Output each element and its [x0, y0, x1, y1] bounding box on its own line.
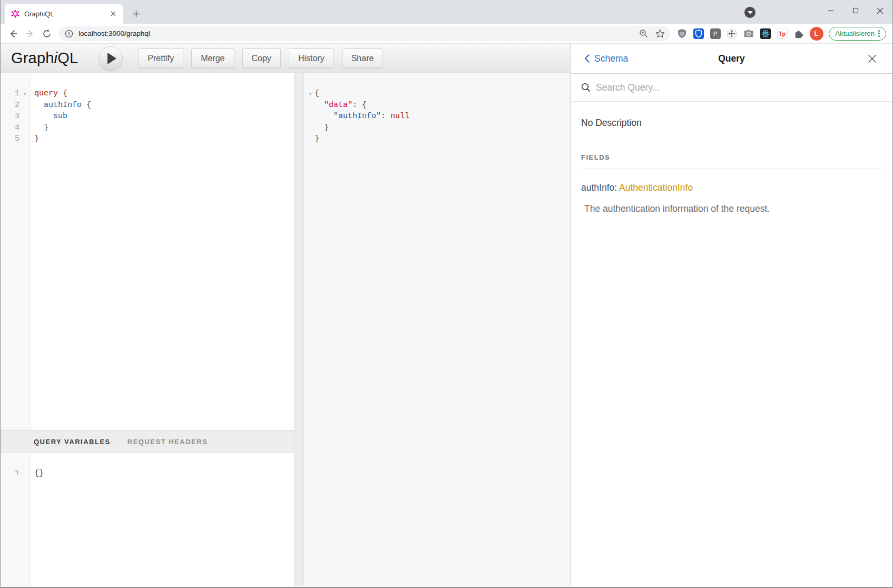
camera-extension-icon[interactable]: [743, 28, 754, 39]
doc-search-input[interactable]: [596, 82, 882, 93]
query-editor-code[interactable]: query { authInfo { sub }}: [31, 73, 294, 430]
graphiql-toolbar-buttons: PrettifyMergeCopyHistoryShare: [138, 48, 383, 68]
bookmark-star-icon[interactable]: [655, 29, 665, 38]
line-number: 4: [1, 123, 19, 132]
ublock-extension-icon[interactable]: [676, 28, 688, 39]
tab-request-headers[interactable]: REQUEST HEADERS: [127, 438, 208, 446]
result-line: }: [306, 133, 570, 145]
code-token: [34, 101, 44, 110]
code-token: }: [315, 122, 329, 134]
browser-tab-graphiql[interactable]: GraphiQL: [5, 4, 123, 24]
query-editor[interactable]: 1▾2345 query { authInfo { sub }}: [1, 73, 294, 430]
play-icon: [107, 53, 116, 64]
tp-extension-icon[interactable]: Tp: [777, 28, 788, 39]
code-token: sub: [53, 112, 67, 121]
code-token: : {: [352, 100, 367, 111]
gutter-line: 3: [1, 111, 30, 122]
field-row-authinfo: authInfo: AuthenticationInfo: [581, 182, 882, 193]
code-line: }: [34, 133, 294, 145]
code-token: null: [390, 111, 409, 122]
fields-heading: FIELDS: [581, 153, 882, 161]
doc-explorer-header: Schema Query: [571, 44, 892, 74]
result-viewer: ▾{ "data": { "authInfo": null }}: [304, 73, 570, 586]
line-number: 1: [1, 89, 19, 98]
gutter-line: 4: [1, 122, 30, 134]
extensions-puzzle-icon[interactable]: [793, 28, 804, 39]
doc-close-icon[interactable]: [865, 52, 879, 65]
browser-update-label: Aktualisieren: [836, 30, 875, 37]
zoom-icon[interactable]: [639, 29, 648, 38]
code-token: [315, 100, 324, 111]
merge-button[interactable]: Merge: [191, 48, 234, 68]
fold-arrow-icon[interactable]: ▾: [19, 91, 30, 96]
prettify-button[interactable]: Prettify: [138, 48, 183, 68]
variables-tab-bar: QUERY VARIABLESREQUEST HEADERS: [1, 430, 294, 453]
gutter-line: 1: [1, 468, 30, 479]
code-token: {}: [34, 469, 44, 478]
code-token: [34, 112, 53, 121]
field-type-link[interactable]: AuthenticationInfo: [619, 182, 693, 193]
line-number: 1: [1, 469, 19, 478]
code-token: {: [315, 88, 319, 100]
variables-editor[interactable]: 1 {}: [1, 453, 294, 586]
code-token: "data": [324, 100, 352, 111]
result-line: "data": {: [306, 100, 570, 111]
history-button[interactable]: History: [289, 48, 334, 68]
doc-search-row: [571, 74, 892, 102]
result-line: ▾{: [306, 88, 570, 100]
tab-close-icon[interactable]: [108, 8, 119, 19]
extension-icons: P: [676, 28, 804, 39]
doc-title: Query: [718, 53, 745, 64]
editors-row: 1▾2345 query { authInfo { sub }} QUERY V…: [1, 73, 570, 586]
react-devtools-extension-icon[interactable]: [760, 28, 771, 39]
window-controls: [818, 0, 892, 24]
browser-update-button[interactable]: Aktualisieren: [829, 27, 886, 41]
variables-editor-code[interactable]: {}: [31, 453, 294, 586]
code-token: }: [315, 133, 319, 145]
share-button[interactable]: Share: [342, 48, 384, 68]
doc-body: No Description FIELDS authInfo: Authenti…: [571, 102, 892, 214]
maximize-button[interactable]: [843, 0, 868, 21]
minimize-button[interactable]: [818, 0, 843, 21]
profile-avatar[interactable]: L: [810, 27, 823, 41]
execute-query-button[interactable]: [99, 46, 123, 71]
omnibox[interactable]: localhost:3000/graphql: [58, 26, 670, 41]
field-description: The authentication information of the re…: [581, 203, 882, 214]
menu-dots-icon[interactable]: [875, 30, 884, 37]
code-token: query: [34, 89, 58, 98]
gutter-line: 2: [1, 100, 30, 111]
fields-divider: [581, 169, 882, 169]
pane-resize-handle[interactable]: [294, 73, 304, 586]
type-description: No Description: [581, 117, 882, 129]
main-content: GraphiQL PrettifyMergeCopyHistoryShare 1…: [1, 44, 892, 586]
graphql-favicon-icon: [11, 9, 19, 18]
p-extension-icon[interactable]: P: [710, 28, 721, 39]
tab-query-variables[interactable]: QUERY VARIABLES: [34, 438, 111, 446]
forward-button[interactable]: [22, 25, 38, 42]
code-line: authInfo {: [34, 100, 294, 111]
bitwarden-extension-icon[interactable]: [693, 28, 704, 39]
doc-back-label: Schema: [594, 53, 628, 64]
code-token: }: [34, 123, 48, 132]
tab-strip: GraphiQL: [1, 0, 892, 24]
result-line: "authInfo": null: [306, 111, 570, 122]
fold-arrow-icon: [306, 133, 315, 145]
reload-button[interactable]: [38, 25, 55, 42]
close-window-button[interactable]: [868, 0, 892, 21]
fold-arrow-icon: [306, 100, 315, 111]
line-number: 2: [1, 101, 19, 110]
move-tool-extension-icon[interactable]: [727, 28, 738, 39]
line-number: 5: [1, 134, 19, 143]
chevron-left-icon: [584, 54, 590, 63]
graphiql-area: GraphiQL PrettifyMergeCopyHistoryShare 1…: [1, 44, 570, 586]
code-line: }: [34, 122, 294, 134]
back-button[interactable]: [5, 25, 22, 42]
doc-back-link[interactable]: Schema: [584, 53, 628, 64]
page-info-icon[interactable]: [65, 30, 73, 38]
copy-button[interactable]: Copy: [242, 48, 281, 68]
code-token: :: [381, 111, 390, 122]
new-tab-button[interactable]: [129, 6, 143, 21]
fold-arrow-icon[interactable]: ▾: [306, 88, 315, 100]
field-name-link[interactable]: authInfo: [581, 182, 614, 193]
chrome-update-badge-icon[interactable]: [744, 7, 755, 18]
